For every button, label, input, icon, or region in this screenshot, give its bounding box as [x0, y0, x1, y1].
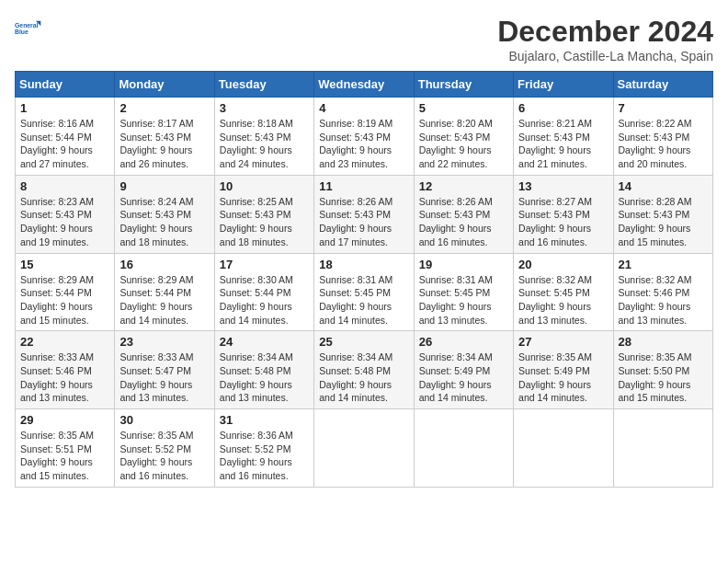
- day-number: 28: [619, 335, 708, 349]
- day-info: Sunrise: 8:34 AM Sunset: 5:48 PM Dayligh…: [319, 350, 408, 405]
- logo-icon: GeneralBlue: [15, 15, 44, 44]
- day-number: 3: [220, 101, 309, 115]
- table-row: 27 Sunrise: 8:35 AM Sunset: 5:49 PM Dayl…: [514, 331, 613, 409]
- table-row: 11 Sunrise: 8:26 AM Sunset: 5:43 PM Dayl…: [314, 175, 414, 253]
- day-number: 19: [419, 258, 508, 271]
- table-row: 10 Sunrise: 8:25 AM Sunset: 5:43 PM Dayl…: [214, 175, 313, 253]
- table-row: 6 Sunrise: 8:21 AM Sunset: 5:43 PM Dayli…: [514, 98, 613, 176]
- title-section: December 2024 Bujalaro, Castille-La Manc…: [497, 15, 713, 63]
- header-row: Sunday Monday Tuesday Wednesday Thursday…: [16, 72, 713, 98]
- day-info: Sunrise: 8:28 AM Sunset: 5:43 PM Dayligh…: [619, 195, 708, 249]
- day-info: Sunrise: 8:34 AM Sunset: 5:48 PM Dayligh…: [220, 350, 309, 405]
- day-info: Sunrise: 8:29 AM Sunset: 5:44 PM Dayligh…: [20, 273, 109, 327]
- day-info: Sunrise: 8:31 AM Sunset: 5:45 PM Dayligh…: [419, 273, 508, 327]
- table-row: 9 Sunrise: 8:24 AM Sunset: 5:43 PM Dayli…: [115, 175, 214, 253]
- table-row: [514, 409, 613, 488]
- table-row: 22 Sunrise: 8:33 AM Sunset: 5:46 PM Dayl…: [16, 331, 115, 409]
- day-info: Sunrise: 8:19 AM Sunset: 5:43 PM Dayligh…: [319, 117, 408, 171]
- svg-text:Blue: Blue: [15, 29, 28, 35]
- table-row: 21 Sunrise: 8:32 AM Sunset: 5:46 PM Dayl…: [613, 253, 712, 331]
- table-row: 25 Sunrise: 8:34 AM Sunset: 5:48 PM Dayl…: [314, 331, 414, 409]
- table-row: 20 Sunrise: 8:32 AM Sunset: 5:45 PM Dayl…: [514, 253, 613, 331]
- day-number: 12: [419, 179, 508, 193]
- col-wednesday: Wednesday: [314, 72, 414, 98]
- table-row: 5 Sunrise: 8:20 AM Sunset: 5:43 PM Dayli…: [414, 98, 513, 176]
- day-number: 13: [518, 179, 608, 193]
- table-row: 26 Sunrise: 8:34 AM Sunset: 5:49 PM Dayl…: [414, 331, 513, 409]
- day-number: 4: [319, 101, 408, 115]
- day-number: 5: [419, 101, 508, 115]
- day-info: Sunrise: 8:22 AM Sunset: 5:43 PM Dayligh…: [619, 117, 708, 171]
- calendar-subtitle: Bujalaro, Castille-La Mancha, Spain: [497, 49, 713, 63]
- day-number: 16: [119, 258, 209, 271]
- day-info: Sunrise: 8:35 AM Sunset: 5:51 PM Dayligh…: [20, 429, 109, 483]
- table-row: 1 Sunrise: 8:16 AM Sunset: 5:44 PM Dayli…: [16, 98, 115, 176]
- day-number: 26: [419, 335, 508, 349]
- day-info: Sunrise: 8:18 AM Sunset: 5:43 PM Dayligh…: [220, 117, 309, 171]
- day-number: 31: [220, 413, 309, 427]
- day-info: Sunrise: 8:33 AM Sunset: 5:47 PM Dayligh…: [119, 350, 209, 405]
- day-info: Sunrise: 8:23 AM Sunset: 5:43 PM Dayligh…: [20, 195, 109, 249]
- day-number: 6: [518, 101, 608, 115]
- calendar-row: 15 Sunrise: 8:29 AM Sunset: 5:44 PM Dayl…: [16, 253, 713, 331]
- table-row: 3 Sunrise: 8:18 AM Sunset: 5:43 PM Dayli…: [214, 98, 313, 176]
- table-row: 8 Sunrise: 8:23 AM Sunset: 5:43 PM Dayli…: [16, 175, 115, 253]
- table-row: 24 Sunrise: 8:34 AM Sunset: 5:48 PM Dayl…: [214, 331, 313, 409]
- col-saturday: Saturday: [613, 72, 712, 98]
- day-number: 2: [119, 101, 209, 115]
- day-info: Sunrise: 8:31 AM Sunset: 5:45 PM Dayligh…: [319, 273, 408, 327]
- day-info: Sunrise: 8:35 AM Sunset: 5:52 PM Dayligh…: [119, 429, 209, 483]
- day-info: Sunrise: 8:32 AM Sunset: 5:45 PM Dayligh…: [518, 273, 608, 327]
- calendar-row: 22 Sunrise: 8:33 AM Sunset: 5:46 PM Dayl…: [16, 331, 713, 409]
- table-row: 15 Sunrise: 8:29 AM Sunset: 5:44 PM Dayl…: [16, 253, 115, 331]
- col-friday: Friday: [514, 72, 613, 98]
- col-tuesday: Tuesday: [214, 72, 313, 98]
- day-info: Sunrise: 8:26 AM Sunset: 5:43 PM Dayligh…: [319, 195, 408, 249]
- day-number: 17: [220, 258, 309, 271]
- day-number: 7: [619, 101, 708, 115]
- table-row: 23 Sunrise: 8:33 AM Sunset: 5:47 PM Dayl…: [115, 331, 214, 409]
- day-number: 18: [319, 258, 408, 271]
- day-info: Sunrise: 8:29 AM Sunset: 5:44 PM Dayligh…: [119, 273, 209, 327]
- table-row: 7 Sunrise: 8:22 AM Sunset: 5:43 PM Dayli…: [613, 98, 712, 176]
- table-row: 19 Sunrise: 8:31 AM Sunset: 5:45 PM Dayl…: [414, 253, 513, 331]
- col-thursday: Thursday: [414, 72, 513, 98]
- day-number: 1: [20, 101, 109, 115]
- table-row: 17 Sunrise: 8:30 AM Sunset: 5:44 PM Dayl…: [214, 253, 313, 331]
- day-info: Sunrise: 8:34 AM Sunset: 5:49 PM Dayligh…: [419, 350, 508, 405]
- day-info: Sunrise: 8:36 AM Sunset: 5:52 PM Dayligh…: [220, 429, 309, 483]
- svg-text:General: General: [15, 22, 39, 29]
- calendar-table: Sunday Monday Tuesday Wednesday Thursday…: [15, 71, 713, 488]
- day-info: Sunrise: 8:26 AM Sunset: 5:43 PM Dayligh…: [419, 195, 508, 249]
- day-number: 15: [20, 258, 109, 271]
- table-row: [613, 409, 712, 488]
- day-info: Sunrise: 8:16 AM Sunset: 5:44 PM Dayligh…: [20, 117, 109, 171]
- day-info: Sunrise: 8:25 AM Sunset: 5:43 PM Dayligh…: [220, 195, 309, 249]
- table-row: [414, 409, 513, 488]
- day-info: Sunrise: 8:27 AM Sunset: 5:43 PM Dayligh…: [518, 195, 608, 249]
- calendar-row: 8 Sunrise: 8:23 AM Sunset: 5:43 PM Dayli…: [16, 175, 713, 253]
- day-number: 10: [220, 179, 309, 193]
- table-row: 12 Sunrise: 8:26 AM Sunset: 5:43 PM Dayl…: [414, 175, 513, 253]
- day-info: Sunrise: 8:32 AM Sunset: 5:46 PM Dayligh…: [619, 273, 708, 327]
- day-info: Sunrise: 8:20 AM Sunset: 5:43 PM Dayligh…: [419, 117, 508, 171]
- day-info: Sunrise: 8:24 AM Sunset: 5:43 PM Dayligh…: [119, 195, 209, 249]
- table-row: 28 Sunrise: 8:35 AM Sunset: 5:50 PM Dayl…: [613, 331, 712, 409]
- day-number: 20: [518, 258, 608, 271]
- day-number: 29: [20, 413, 109, 427]
- table-row: [314, 409, 414, 488]
- day-number: 8: [20, 179, 109, 193]
- table-row: 18 Sunrise: 8:31 AM Sunset: 5:45 PM Dayl…: [314, 253, 414, 331]
- col-sunday: Sunday: [16, 72, 115, 98]
- col-monday: Monday: [115, 72, 214, 98]
- header: GeneralBlue December 2024 Bujalaro, Cast…: [15, 15, 713, 63]
- day-info: Sunrise: 8:35 AM Sunset: 5:49 PM Dayligh…: [518, 350, 608, 405]
- day-info: Sunrise: 8:30 AM Sunset: 5:44 PM Dayligh…: [220, 273, 309, 327]
- table-row: 4 Sunrise: 8:19 AM Sunset: 5:43 PM Dayli…: [314, 98, 414, 176]
- table-row: 31 Sunrise: 8:36 AM Sunset: 5:52 PM Dayl…: [214, 409, 313, 488]
- day-info: Sunrise: 8:33 AM Sunset: 5:46 PM Dayligh…: [20, 350, 109, 405]
- calendar-title: December 2024: [497, 15, 713, 49]
- day-number: 9: [119, 179, 209, 193]
- day-number: 25: [319, 335, 408, 349]
- day-info: Sunrise: 8:21 AM Sunset: 5:43 PM Dayligh…: [518, 117, 608, 171]
